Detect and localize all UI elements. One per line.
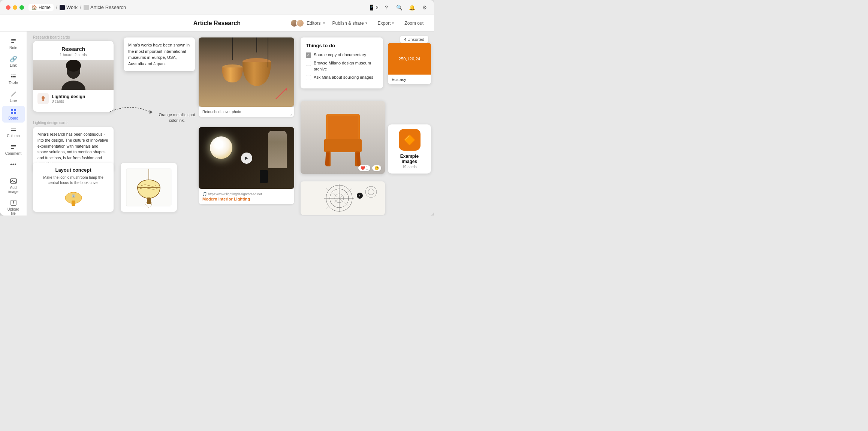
article-breadcrumb[interactable]: Article Research: [84, 4, 126, 10]
tooltip-card: Mina's works have been shown in the most…: [124, 37, 195, 71]
editors-label: Editors: [307, 21, 320, 26]
minimize-button[interactable]: [13, 5, 17, 10]
export-chevron-icon: ▾: [392, 21, 394, 25]
breadcrumb: 🏠 Home / Work / Article Research: [28, 4, 126, 11]
todo-checkbox-1[interactable]: [306, 52, 311, 58]
heart-reaction[interactable]: ❤️ 1: [358, 165, 370, 171]
traffic-lights: [6, 5, 24, 10]
notification-icon[interactable]: 🔔: [409, 4, 415, 11]
resize-handle[interactable]: ⌟: [290, 112, 292, 116]
editors-button[interactable]: Editors ▾: [290, 19, 325, 27]
sidebar-item-comment[interactable]: Comment: [2, 141, 25, 158]
example-images-card[interactable]: 🔶 Example images 19 cards: [388, 124, 431, 174]
lighting-design-card[interactable]: Lighting design 0 cards: [33, 90, 114, 107]
color-name: Ecstasy: [388, 75, 431, 84]
canvas: 4 Unsorted Research board cards Research…: [27, 31, 434, 216]
editors-chevron-icon: ▾: [323, 21, 325, 25]
emoji-reaction[interactable]: 😊: [372, 165, 381, 171]
color-swatch-card[interactable]: 250,120,24 Ecstasy: [388, 43, 431, 84]
sidebar-item-todo[interactable]: To-do: [2, 70, 25, 87]
svg-rect-7: [11, 78, 12, 78]
chair-card[interactable]: ❤️ 1 😊: [301, 101, 385, 174]
play-button[interactable]: ▶: [241, 153, 252, 164]
add-image-label: Add image: [5, 186, 22, 194]
sidebar-item-board[interactable]: Board: [2, 106, 25, 123]
person-image: [33, 60, 114, 90]
work-icon: [60, 5, 65, 10]
sidebar-item-add-image[interactable]: Add image: [2, 175, 25, 196]
retouched-label: Retouched cover photo ⌟: [199, 107, 294, 117]
search-icon[interactable]: 🔍: [396, 4, 403, 11]
todo-item-2: Browse Milano design museum archive: [306, 60, 378, 72]
todo-item-1: Source copy of documentary: [306, 52, 378, 58]
home-breadcrumb[interactable]: 🏠 Home: [28, 4, 54, 11]
comment-label: Comment: [5, 151, 21, 156]
svg-rect-8: [12, 78, 16, 78]
blueprint-bg: 1: [301, 181, 385, 215]
sidebar-item-column[interactable]: Column: [2, 123, 25, 140]
example-images-title: Example images: [392, 154, 427, 164]
todo-checkbox-2[interactable]: [306, 61, 311, 66]
svg-line-37: [275, 88, 287, 99]
titlebar-actions: 📱0 ? 🔍 🔔 ⚙: [370, 4, 428, 11]
upload-label: Upload file: [5, 207, 22, 216]
todo-text-2: Browse Milano design museum archive: [314, 60, 378, 72]
sidebar-item-line[interactable]: Line: [2, 88, 25, 105]
svg-rect-17: [11, 147, 16, 147]
close-button[interactable]: [6, 5, 10, 10]
line-icon: [10, 90, 16, 98]
settings-icon[interactable]: ⚙: [421, 4, 428, 11]
note-text: Mina's research has been continuous - in…: [37, 132, 109, 167]
help-icon[interactable]: ?: [383, 4, 390, 11]
zoom-button[interactable]: Zoom out: [401, 19, 427, 27]
svg-rect-16: [11, 145, 16, 146]
blueprint-svg: 1: [302, 183, 384, 214]
research-board-cards-label: Research board cards: [33, 35, 70, 39]
lighting-card-icon: [37, 93, 49, 104]
todo-checkbox-3[interactable]: [306, 75, 311, 80]
video-meta: 🎵 https://www.lightingdesignthread.net M…: [199, 189, 294, 204]
svg-rect-14: [11, 129, 16, 129]
svg-rect-15: [11, 130, 16, 131]
research-board-card[interactable]: Research 1 board, 2 cards: [33, 41, 114, 112]
publish-button[interactable]: Publish & share ▾: [329, 19, 370, 27]
board-icon: [10, 108, 16, 115]
home-label: Home: [39, 5, 51, 10]
unsorted-badge[interactable]: 4 Unsorted: [400, 36, 428, 43]
svg-point-24: [61, 81, 85, 90]
color-swatch: 250,120,24: [388, 43, 431, 75]
svg-rect-41: [147, 198, 151, 204]
layout-concept-card[interactable]: Layout concept Make the iconic mushroom …: [33, 163, 114, 212]
svg-point-58: [365, 186, 377, 198]
todo-text-1: Source copy of documentary: [314, 52, 366, 58]
maximize-button[interactable]: [19, 5, 24, 10]
svg-rect-4: [12, 75, 16, 75]
drawing-card[interactable]: [121, 163, 177, 212]
svg-text:🏢: 🏢: [72, 194, 75, 198]
device-icon[interactable]: 📱0: [370, 4, 377, 11]
unsorted-label: 4 Unsorted: [404, 37, 424, 42]
blueprint-card[interactable]: 1: [301, 181, 385, 215]
layout-desc: Make the iconic mushroom lamp the centra…: [37, 175, 109, 186]
sidebar-item-note[interactable]: Note: [2, 35, 25, 52]
export-button[interactable]: Export ▾: [375, 19, 397, 27]
svg-rect-13: [14, 112, 16, 114]
todo-text-3: Ask Mina about sourcing images: [314, 75, 373, 80]
svg-rect-29: [72, 201, 75, 206]
work-breadcrumb[interactable]: Work: [60, 4, 78, 10]
svg-rect-27: [42, 99, 44, 101]
sidebar-item-link[interactable]: 🔗 Link: [2, 53, 25, 70]
article-breadcrumb-label: Article Research: [90, 4, 126, 10]
svg-rect-3: [11, 75, 12, 75]
video-card[interactable]: ▶: [199, 127, 294, 189]
todo-icon: [10, 73, 16, 80]
svg-point-26: [42, 96, 45, 99]
svg-rect-18: [11, 148, 14, 149]
sidebar-item-upload[interactable]: Upload file: [2, 197, 25, 216]
lamp-image-card[interactable]: [199, 37, 294, 107]
todo-title: Things to do: [306, 43, 378, 48]
layout-sketch: 🏢: [37, 189, 109, 207]
sidebar-item-more[interactable]: •••: [2, 159, 25, 171]
work-label: Work: [66, 4, 78, 10]
svg-rect-46: [324, 139, 362, 152]
